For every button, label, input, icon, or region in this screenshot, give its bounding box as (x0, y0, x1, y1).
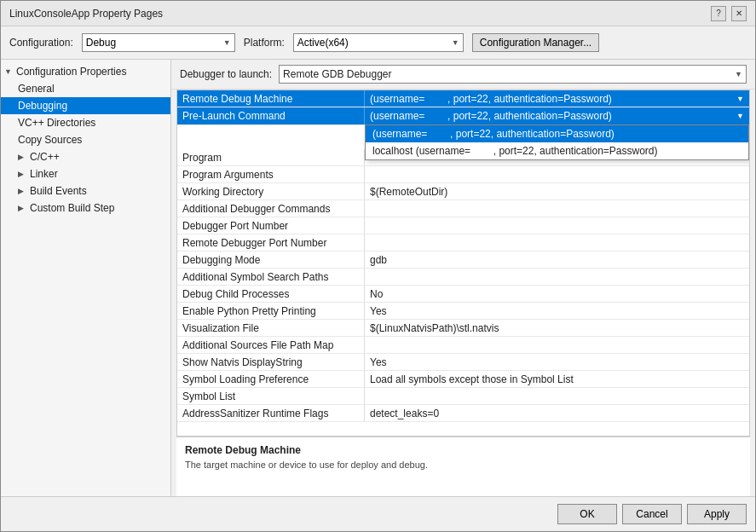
title-bar: LinuxConsoleApp Property Pages ? ✕ (1, 1, 755, 26)
sidebar-item-label-config: Configuration Properties (16, 66, 126, 78)
info-text: The target machine or device to use for … (185, 460, 742, 470)
expand-icon-cpp: ▶ (18, 153, 26, 161)
prop-name-add-sources-file: Additional Sources File Path Map (177, 337, 365, 353)
sidebar-item-cpp[interactable]: ▶ C/C++ (1, 148, 170, 165)
prop-row-add-sources-file[interactable]: Additional Sources File Path Map (177, 337, 749, 354)
platform-label: Platform: (244, 37, 285, 49)
sidebar-item-label-linker: Linker (30, 168, 58, 180)
prop-row-add-symbol-search[interactable]: Additional Symbol Search Paths (177, 269, 749, 286)
window-title: LinuxConsoleApp Property Pages (9, 8, 163, 20)
prop-row-remote-debugger-port[interactable]: Remote Debugger Port Number (177, 234, 749, 252)
prop-dropdown-arrow-pre-launch[interactable]: ▼ (736, 112, 744, 120)
debugger-dropdown[interactable]: Remote GDB Debugger ▼ (279, 65, 747, 84)
prop-value-symbol-loading: Load all symbols except those in Symbol … (365, 371, 749, 387)
prop-row-pre-launch[interactable]: Pre-Launch Command (username= , port=22,… (177, 107, 749, 125)
prop-value-working-dir: $(RemoteOutDir) (365, 183, 749, 200)
config-label: Configuration: (9, 37, 73, 49)
prop-row-remote-debug-machine[interactable]: Remote Debug Machine (username= , port=2… (177, 90, 749, 107)
prop-value-program-args (365, 166, 749, 182)
prop-value-symbol-list (365, 388, 749, 404)
prop-row-program-args[interactable]: Program Arguments (177, 166, 749, 183)
info-title: Remote Debug Machine (185, 444, 742, 456)
prop-value-text-pre-launch: (username= , port=22, authentication=Pas… (370, 110, 612, 122)
prop-name-debugging-mode: Debugging Mode (177, 252, 365, 268)
sidebar-item-label-debugging: Debugging (18, 100, 67, 112)
prop-value-add-debugger-cmds (365, 200, 749, 217)
platform-value: Active(x64) (297, 37, 349, 49)
prop-row-show-natvis[interactable]: Show Natvis DisplayString Yes (177, 354, 749, 371)
property-pages-window: LinuxConsoleApp Property Pages ? ✕ Confi… (0, 0, 756, 532)
apply-button[interactable]: Apply (687, 504, 747, 524)
sidebar-item-custom-build[interactable]: ▶ Custom Build Step (1, 200, 170, 217)
prop-name-remote-debug-machine: Remote Debug Machine (177, 90, 365, 107)
prop-row-symbol-list[interactable]: Symbol List (177, 388, 749, 405)
prop-value-show-natvis: Yes (365, 354, 749, 370)
debugger-value: Remote GDB Debugger (283, 68, 391, 80)
prop-dropdown-btn-remote[interactable]: ▼ (736, 95, 744, 103)
sidebar-item-build-events[interactable]: ▶ Build Events (1, 182, 170, 200)
prop-name-remote-debugger-port: Remote Debugger Port Number (177, 234, 365, 251)
sidebar-item-debugging[interactable]: Debugging (1, 97, 170, 114)
dropdown-list: (username= , port=22, authentication=Pas… (365, 124, 749, 160)
prop-value-debug-child: No (365, 286, 749, 302)
prop-value-text-remote: (username= , port=22, authentication=Pas… (370, 93, 612, 105)
prop-name-pre-launch: Pre-Launch Command (177, 107, 365, 124)
config-value: Debug (86, 37, 116, 49)
sidebar-item-linker[interactable]: ▶ Linker (1, 165, 170, 182)
cancel-button[interactable]: Cancel (622, 504, 682, 524)
bottom-bar: OK Cancel Apply (1, 496, 755, 531)
expand-icon-config: ▼ (4, 67, 13, 76)
config-dropdown[interactable]: Debug ▼ (82, 33, 235, 52)
prop-name-add-symbol-search: Additional Symbol Search Paths (177, 269, 365, 285)
prop-row-debugging-mode[interactable]: Debugging Mode gdb (177, 252, 749, 269)
prop-row-working-dir[interactable]: Working Directory $(RemoteOutDir) (177, 183, 749, 200)
platform-dropdown[interactable]: Active(x64) ▼ (293, 33, 464, 52)
prop-name-visualization-file: Visualization File (177, 320, 365, 336)
sidebar-item-general[interactable]: General (1, 80, 170, 97)
dropdown-option-localhost[interactable]: localhost (username= , port=22, authenti… (366, 142, 748, 159)
sidebar-item-copy-sources[interactable]: Copy Sources (1, 131, 170, 148)
top-bar: Configuration: Debug ▼ Platform: Active(… (1, 26, 755, 60)
prop-name-symbol-loading: Symbol Loading Preference (177, 371, 365, 387)
ok-button[interactable]: OK (557, 504, 617, 524)
prop-name-add-debugger-cmds: Additional Debugger Commands (177, 200, 365, 217)
sidebar-item-label-cpp: C/C++ (30, 151, 60, 163)
prop-name-program-args: Program Arguments (177, 166, 365, 182)
prop-value-pre-launch: (username= , port=22, authentication=Pas… (365, 107, 749, 124)
sidebar-item-vcpp[interactable]: VC++ Directories (1, 114, 170, 131)
sidebar-item-config-props[interactable]: ▼ Configuration Properties (1, 63, 170, 80)
prop-row-add-debugger-cmds[interactable]: Additional Debugger Commands (177, 200, 749, 217)
prop-value-add-sources-file (365, 337, 749, 353)
prop-value-debugging-mode: gdb (365, 252, 749, 268)
prop-name-show-natvis: Show Natvis DisplayString (177, 354, 365, 370)
expand-icon-build-events: ▶ (18, 187, 26, 195)
prop-row-debug-child[interactable]: Debug Child Processes No (177, 286, 749, 303)
prop-row-visualization-file[interactable]: Visualization File $(LinuxNatvisPath)\st… (177, 320, 749, 337)
prop-row-enable-python[interactable]: Enable Python Pretty Printing Yes (177, 303, 749, 320)
prop-name-debug-child: Debug Child Processes (177, 286, 365, 302)
prop-row-debugger-port[interactable]: Debugger Port Number (177, 217, 749, 234)
close-button[interactable]: ✕ (731, 6, 747, 21)
sidebar-item-label-copy-sources: Copy Sources (18, 134, 82, 146)
sidebar: ▼ Configuration Properties General Debug… (1, 60, 171, 496)
prop-value-visualization-file: $(LinuxNatvisPath)\stl.natvis (365, 320, 749, 336)
title-bar-controls: ? ✕ (711, 6, 747, 21)
config-dropdown-arrow: ▼ (223, 38, 231, 47)
right-panel: Debugger to launch: Remote GDB Debugger … (171, 60, 755, 496)
sidebar-item-label-vcpp: VC++ Directories (18, 117, 95, 129)
prop-value-address-sanitizer: detect_leaks=0 (365, 405, 749, 421)
expand-icon-custom-build: ▶ (18, 204, 26, 212)
prop-name-address-sanitizer: AddressSanitizer Runtime Flags (177, 405, 365, 421)
prop-name-working-dir: Working Directory (177, 183, 365, 200)
debugger-row: Debugger to launch: Remote GDB Debugger … (171, 60, 755, 90)
prop-value-remote-debugger-port (365, 234, 749, 251)
sidebar-item-label-general: General (18, 83, 55, 95)
prop-row-symbol-loading[interactable]: Symbol Loading Preference Load all symbo… (177, 371, 749, 388)
properties-table: Remote Debug Machine (username= , port=2… (176, 90, 750, 437)
prop-name-enable-python: Enable Python Pretty Printing (177, 303, 365, 319)
prop-row-address-sanitizer[interactable]: AddressSanitizer Runtime Flags detect_le… (177, 405, 749, 422)
prop-value-debugger-port (365, 217, 749, 234)
help-button[interactable]: ? (711, 6, 726, 21)
config-manager-button[interactable]: Configuration Manager... (472, 33, 599, 52)
dropdown-option-username[interactable]: (username= , port=22, authentication=Pas… (366, 125, 748, 142)
